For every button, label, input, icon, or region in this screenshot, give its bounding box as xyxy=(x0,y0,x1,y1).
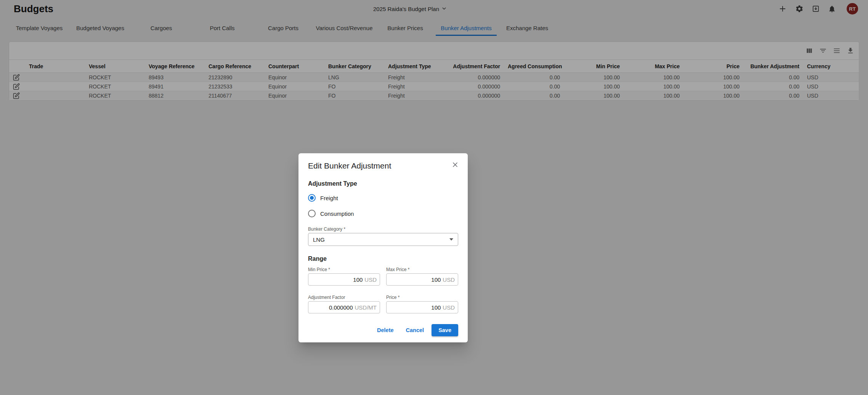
radio-label: Consumption xyxy=(320,210,354,217)
bunker-category-select[interactable]: LNG xyxy=(308,233,458,246)
min-price-label: Min Price * xyxy=(308,267,380,272)
price-label: Price * xyxy=(386,295,458,300)
max-price-unit: USD xyxy=(443,276,455,283)
adjustment-factor-label: Adjustment Factor xyxy=(308,295,380,300)
dialog-actions: Delete Cancel Save xyxy=(308,324,458,336)
max-price-label: Max Price * xyxy=(386,267,458,272)
radio-icon xyxy=(308,194,316,202)
bunker-category-value: LNG xyxy=(313,236,325,243)
radio-freight[interactable]: Freight xyxy=(308,193,458,202)
radio-consumption[interactable]: Consumption xyxy=(308,209,458,218)
price-unit: USD xyxy=(443,304,455,311)
adjustment-factor-value: 0.000000 xyxy=(329,304,353,311)
adjustment-factor-unit: USD/MT xyxy=(355,304,377,311)
max-price-input[interactable]: 100 USD xyxy=(386,273,458,286)
price-value: 100 xyxy=(431,304,441,311)
price-input[interactable]: 100 USD xyxy=(386,301,458,313)
radio-label: Freight xyxy=(320,195,338,201)
adjustment-factor-input[interactable]: 0.000000 USD/MT xyxy=(308,301,380,313)
max-price-value: 100 xyxy=(431,276,441,283)
close-icon[interactable] xyxy=(451,160,460,170)
dropdown-caret-icon xyxy=(449,238,453,241)
bunker-category-label: Bunker Category * xyxy=(308,226,458,232)
edit-bunker-adjustment-dialog: Edit Bunker Adjustment Adjustment Type F… xyxy=(298,153,468,342)
cancel-button[interactable]: Cancel xyxy=(401,324,429,336)
min-price-value: 100 xyxy=(353,276,363,283)
dialog-title: Edit Bunker Adjustment xyxy=(308,161,391,171)
radio-icon xyxy=(308,210,316,217)
min-price-input[interactable]: 100 USD xyxy=(308,273,380,286)
range-heading: Range xyxy=(308,255,458,262)
delete-button[interactable]: Delete xyxy=(372,324,398,336)
adjustment-type-heading: Adjustment Type xyxy=(308,180,458,187)
min-price-unit: USD xyxy=(364,276,377,283)
save-button[interactable]: Save xyxy=(432,324,458,336)
